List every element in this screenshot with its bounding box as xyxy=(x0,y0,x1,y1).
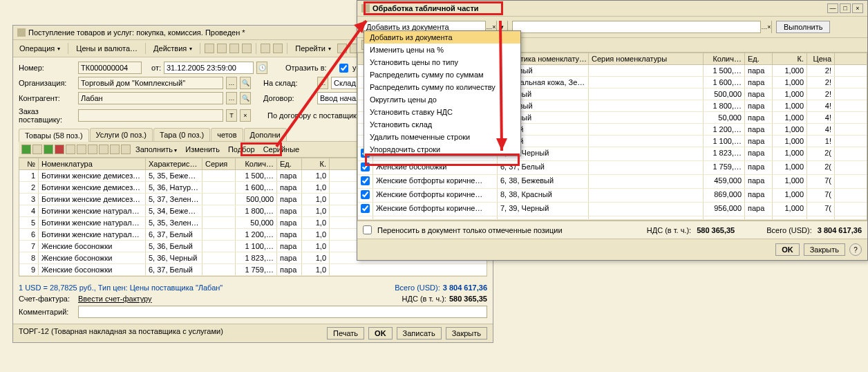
col-kol[interactable]: Колич… xyxy=(704,53,745,64)
tb-icon[interactable] xyxy=(261,44,270,53)
org-select-button[interactable]: … xyxy=(226,77,237,89)
row-checkbox[interactable] xyxy=(361,204,370,213)
dropdown-item[interactable]: Распределить сумму по суммам xyxy=(364,68,520,81)
dropdown-item[interactable]: Распределить сумму по количеству xyxy=(364,81,520,93)
col-ed[interactable]: Ед. xyxy=(745,53,773,64)
ok-button[interactable]: OK xyxy=(368,327,393,340)
col-char[interactable]: Характеристи… xyxy=(146,158,202,169)
col-k[interactable]: К. xyxy=(302,158,330,169)
close-button[interactable]: Закрыть xyxy=(446,327,487,340)
table-row[interactable]: Женские ботфорты коричне…8, 38, Красный8… xyxy=(358,189,867,203)
tab-additional[interactable]: Дополни xyxy=(244,128,287,141)
col-ed[interactable]: Ед. xyxy=(277,158,302,169)
tab-goods[interactable]: Товары (58 поз.) xyxy=(19,129,89,142)
tab-accounts[interactable]: четов xyxy=(211,128,243,141)
dropdown-item[interactable]: Добавить из документа xyxy=(364,31,520,44)
cell-check[interactable] xyxy=(358,203,373,216)
col-k[interactable]: К. xyxy=(773,53,807,64)
zakaz-field[interactable] xyxy=(78,109,223,122)
row-checkbox[interactable] xyxy=(361,176,370,185)
col-n[interactable]: № xyxy=(19,158,39,169)
zakaz-select-button[interactable]: × xyxy=(240,109,251,122)
close-window-button[interactable]: × xyxy=(852,3,863,13)
dropdown-item[interactable]: Установить цены по типу xyxy=(364,56,520,68)
table-row[interactable]: Женские босоножки6, 37, Белый1 759,…пара… xyxy=(358,161,867,175)
dropdown-item[interactable]: Округлить цены до xyxy=(364,93,520,106)
dropdown-item[interactable]: Установить склад xyxy=(364,118,520,131)
cell-check[interactable] xyxy=(358,216,373,219)
actions-menu[interactable]: Действия xyxy=(150,42,196,55)
add-icon[interactable] xyxy=(21,145,31,154)
cell-k: 1,0 xyxy=(302,264,330,275)
sort-desc-icon[interactable] xyxy=(110,145,120,154)
tab-services[interactable]: Услуги (0 поз.) xyxy=(90,128,153,141)
dropdown-item[interactable]: Удалить помеченные строки xyxy=(364,131,520,143)
tb-icon[interactable] xyxy=(273,44,283,53)
save-button[interactable]: Записать xyxy=(397,327,442,340)
tb-icon[interactable] xyxy=(217,44,227,53)
date-field[interactable] xyxy=(164,62,254,74)
comment-field[interactable] xyxy=(78,306,487,318)
edit-icon[interactable] xyxy=(44,145,53,154)
goto-menu[interactable]: Перейти xyxy=(292,42,334,55)
row-checkbox[interactable] xyxy=(361,162,370,171)
execute-button[interactable]: Выполнить xyxy=(776,21,830,33)
prices-button[interactable]: Цены и валюта… xyxy=(73,42,141,55)
popup-close-button[interactable]: Закрыть xyxy=(804,243,845,256)
table-row[interactable]: Женские ботфорты коричне…6, 38, Бежевый4… xyxy=(358,175,867,189)
fill-button[interactable]: Заполнить xyxy=(132,144,180,155)
col-ser[interactable]: Серия номенклатуры xyxy=(589,53,704,64)
select-button[interactable]: Подбор xyxy=(225,144,258,155)
tb-icon[interactable] xyxy=(229,44,239,53)
zakaz-clear-button[interactable]: T xyxy=(226,109,237,122)
col-price[interactable]: Цена xyxy=(807,53,835,64)
cell-check[interactable] xyxy=(358,189,373,202)
operation-menu[interactable]: Операция xyxy=(16,42,64,55)
tab-tara[interactable]: Тара (0 поз.) xyxy=(153,128,210,141)
change-button[interactable]: Изменить xyxy=(182,144,223,155)
delete-icon[interactable] xyxy=(55,145,64,154)
minimize-button[interactable]: — xyxy=(827,3,838,13)
kontr-select-button[interactable]: … xyxy=(226,92,237,104)
table-row[interactable] xyxy=(358,216,867,220)
serial-button[interactable]: Серийные xyxy=(260,144,303,155)
table-row[interactable]: Женские ботфорты коричне…7, 39, Черный95… xyxy=(358,203,867,216)
copy-icon[interactable] xyxy=(32,145,42,154)
reflect-checkbox[interactable] xyxy=(339,64,348,73)
kontr-search-icon[interactable]: 🔍 xyxy=(240,92,251,104)
org-search-icon[interactable]: 🔍 xyxy=(240,77,251,89)
invoice-link[interactable]: Ввести счет-фактуру xyxy=(78,295,152,303)
number-field[interactable] xyxy=(78,62,142,74)
dropdown-item[interactable]: Упорядочить строки xyxy=(364,143,520,156)
cell-ser xyxy=(202,205,236,216)
cell-check[interactable] xyxy=(358,175,373,188)
col-nom[interactable]: Номенклатура xyxy=(39,158,146,169)
table-row[interactable]: 9Женские босоножки6, 37, Белый1 759,…пар… xyxy=(19,264,487,276)
tb-icon[interactable] xyxy=(242,44,252,53)
sort-asc-icon[interactable] xyxy=(99,145,108,154)
tb-icon[interactable] xyxy=(121,145,131,154)
popup-ok-button[interactable]: OK xyxy=(775,243,800,256)
print-button[interactable]: Печать xyxy=(327,327,364,340)
param-clear-icon[interactable]: …× xyxy=(760,21,771,33)
kontr-field[interactable] xyxy=(78,92,223,104)
col-ser[interactable]: Серия xyxy=(202,158,236,169)
col-kol[interactable]: Колич… xyxy=(236,158,277,169)
dropdown-item[interactable]: Изменить цены на % xyxy=(364,44,520,56)
date-picker-icon[interactable]: 🕓 xyxy=(256,62,267,74)
help-icon[interactable]: ? xyxy=(849,243,862,256)
down-icon[interactable] xyxy=(88,145,97,154)
sklad-select-button[interactable]: … xyxy=(317,77,328,89)
org-field[interactable] xyxy=(78,77,223,89)
dropdown-item[interactable]: Установить ставку НДС xyxy=(364,106,520,118)
row-checkbox[interactable] xyxy=(361,190,370,199)
tb-icon[interactable] xyxy=(66,145,75,154)
up-icon[interactable] xyxy=(77,145,86,154)
transfer-checkbox[interactable] xyxy=(363,225,372,234)
maximize-button[interactable]: □ xyxy=(840,3,851,13)
cell-check[interactable] xyxy=(358,161,373,174)
tb-icon[interactable] xyxy=(337,44,347,53)
tb-icon[interactable] xyxy=(205,44,214,53)
param-combo[interactable]: …× xyxy=(512,21,772,33)
cell-n: 4 xyxy=(19,205,39,216)
